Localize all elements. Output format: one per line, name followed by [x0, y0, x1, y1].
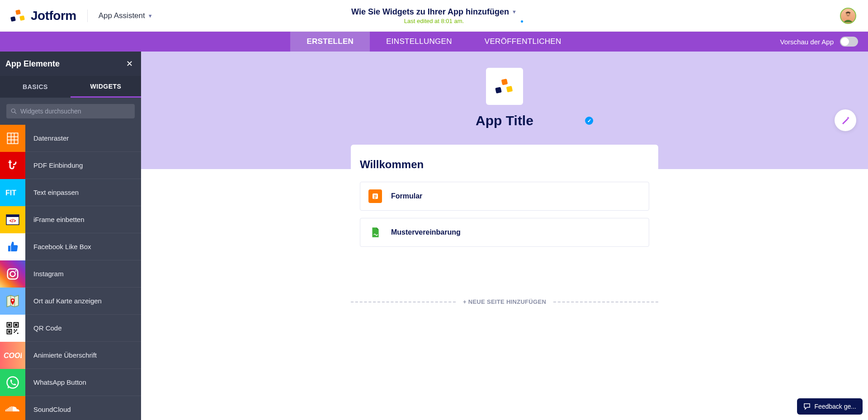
top-bar-center: Wie Sie Widgets zu Ihrer App hinzufügen …: [351, 7, 517, 24]
fit-icon: FIT: [0, 179, 25, 206]
widget-label: Datenraster: [33, 134, 69, 142]
top-bar: Jotform App Assistent ▼ Wie Sie Widgets …: [0, 0, 868, 32]
row-label: Formular: [391, 192, 422, 200]
sidebar-tab-basics[interactable]: BASICS: [0, 76, 71, 98]
top-bar-left: Jotform App Assistent ▼: [10, 8, 153, 24]
svg-rect-27: [14, 329, 15, 330]
sidebar-tab-widgets[interactable]: WIDGETS: [71, 76, 141, 98]
tab-erstellen[interactable]: ERSTELLEN: [290, 32, 370, 52]
svg-rect-26: [8, 330, 10, 333]
widget-label: SoundCloud: [33, 406, 71, 413]
svg-text:COOL: COOL: [4, 352, 22, 359]
widget-item-animated-heading[interactable]: COOL Animierte Überschrift: [0, 342, 141, 369]
widget-list[interactable]: Datenraster PDF Einbindung FIT Text einp…: [0, 125, 141, 420]
tab-veroeffentlichen[interactable]: VERÖFFENTLICHEN: [468, 32, 578, 52]
main-tabbar: ERSTELLEN EINSTELLUNGEN VERÖFFENTLICHEN …: [0, 32, 868, 52]
verified-badge: ✓: [585, 117, 593, 125]
welcome-card: Willkommen Formular Mustervereinbarung: [351, 145, 658, 256]
widget-label: WhatsApp Button: [33, 378, 86, 386]
svg-rect-36: [501, 79, 508, 85]
svg-text:FIT: FIT: [5, 189, 16, 197]
svg-rect-1: [15, 9, 21, 15]
sidebar-tabs: BASICS WIDGETS: [0, 76, 141, 98]
sidebar-search[interactable]: [6, 104, 135, 118]
add-page-button[interactable]: + NEUE SEITE HINZUFÜGEN: [463, 298, 546, 305]
widget-label: QR Code: [33, 324, 62, 332]
brand-name: Jotform: [31, 9, 76, 23]
svg-rect-37: [506, 86, 513, 92]
widget-label: PDF Einbindung: [33, 161, 83, 169]
close-icon[interactable]: ✕: [126, 59, 133, 69]
widget-label: Text einpassen: [33, 189, 79, 196]
svg-point-6: [11, 109, 15, 113]
last-edited-label: Last edited at 8:01 am.: [351, 18, 517, 24]
widget-label: Instagram: [33, 270, 64, 278]
document-sign-icon: [368, 226, 382, 239]
preview-toggle[interactable]: [840, 37, 858, 47]
app-title-wrap: App Title ✓: [476, 113, 533, 128]
canvas: App Title ✓ Willkommen Formular Musterve…: [141, 52, 868, 420]
jotform-icon: [495, 76, 514, 96]
svg-text:</>: </>: [9, 218, 16, 223]
whatsapp-icon: [0, 369, 25, 396]
svg-point-4: [846, 13, 847, 14]
add-page-divider: + NEUE SEITE HINZUFÜGEN: [351, 298, 658, 305]
sidebar-header: App Elemente ✕: [0, 52, 141, 76]
widget-label: Ort auf Karte anzeigen: [33, 297, 102, 305]
wand-icon: [840, 115, 851, 126]
widget-item-qr[interactable]: QR Code: [0, 315, 141, 342]
feedback-button[interactable]: Feedback ge...: [797, 398, 863, 415]
preview-toggle-wrap: Vorschau der App: [780, 37, 858, 47]
svg-rect-31: [15, 330, 16, 332]
preview-label: Vorschau der App: [780, 38, 834, 46]
top-bar-right: [840, 8, 856, 24]
svg-rect-22: [8, 324, 10, 326]
feedback-label: Feedback ge...: [814, 403, 856, 410]
card-row-mustervereinbarung[interactable]: Mustervereinbarung: [360, 218, 649, 247]
sidebar: App Elemente ✕ BASICS WIDGETS Datenraste…: [0, 52, 141, 420]
widget-item-instagram[interactable]: Instagram: [0, 260, 141, 288]
jotform-icon: [10, 8, 26, 24]
divider: [87, 9, 88, 22]
app-name-dropdown[interactable]: Wie Sie Widgets zu Ihrer App hinzufügen …: [351, 7, 517, 17]
widget-item-iframe[interactable]: </> iFrame einbetten: [0, 206, 141, 233]
widget-item-whatsapp[interactable]: WhatsApp Button: [0, 369, 141, 396]
card-row-formular[interactable]: Formular: [360, 182, 649, 211]
widget-item-facebook[interactable]: Facebook Like Box: [0, 233, 141, 260]
widget-item-pdf[interactable]: PDF Einbindung: [0, 152, 141, 179]
widget-item-datenraster[interactable]: Datenraster: [0, 125, 141, 152]
widget-label: iFrame einbetten: [33, 216, 85, 223]
widget-item-text-fit[interactable]: FIT Text einpassen: [0, 179, 141, 206]
sidebar-title: App Elemente: [5, 59, 60, 69]
tab-einstellungen[interactable]: EINSTELLUNGEN: [370, 32, 468, 52]
user-avatar[interactable]: [840, 8, 856, 24]
svg-rect-8: [7, 133, 18, 143]
facebook-like-icon: [0, 233, 25, 260]
widget-label: Facebook Like Box: [33, 243, 91, 250]
svg-rect-24: [15, 324, 17, 326]
search-input[interactable]: [20, 108, 130, 115]
svg-point-19: [15, 270, 16, 271]
svg-point-18: [10, 271, 15, 276]
app-title[interactable]: App Title: [476, 113, 533, 128]
status-dot: [521, 20, 523, 23]
app-logo[interactable]: [486, 68, 523, 105]
chevron-down-icon: ▼: [512, 9, 517, 14]
svg-rect-2: [19, 15, 25, 21]
qr-icon: [0, 315, 25, 342]
row-label: Mustervereinbarung: [391, 228, 461, 236]
magic-wand-button[interactable]: [835, 109, 856, 131]
grid-icon: [0, 125, 25, 152]
animated-text-icon: COOL: [0, 342, 25, 369]
assistent-label: App Assistent: [99, 11, 145, 20]
app-assistent-dropdown[interactable]: App Assistent ▼: [99, 11, 153, 20]
widget-item-map[interactable]: Ort auf Karte anzeigen: [0, 288, 141, 315]
brand-logo[interactable]: Jotform: [10, 8, 76, 24]
svg-rect-0: [10, 16, 16, 22]
pdf-icon: [0, 152, 25, 179]
avatar-icon: [841, 8, 855, 24]
soundcloud-icon: [0, 396, 25, 420]
svg-line-7: [14, 112, 16, 114]
widget-item-soundcloud[interactable]: SoundCloud: [0, 396, 141, 420]
form-icon: [368, 189, 382, 203]
